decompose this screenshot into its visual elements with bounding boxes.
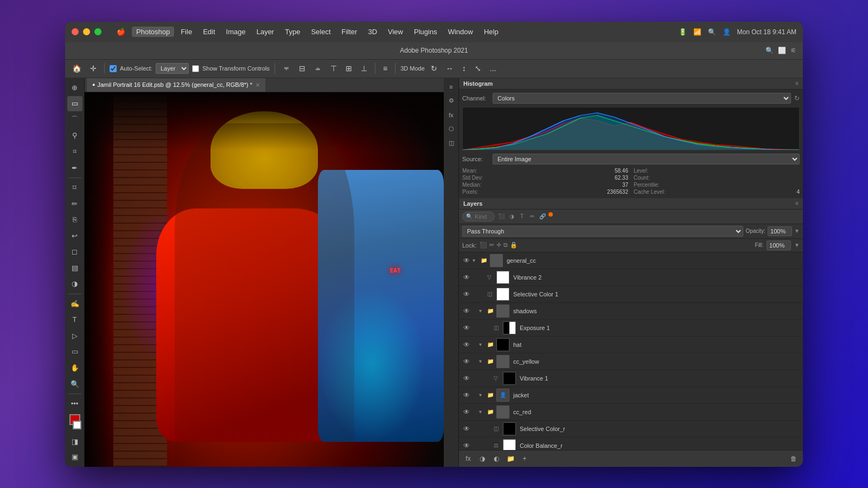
- menu-filter[interactable]: Filter: [337, 27, 362, 37]
- clone-stamp-tool[interactable]: ⎘: [67, 212, 82, 227]
- hand-tool[interactable]: ✋: [67, 360, 82, 376]
- layer-item[interactable]: 👁 ▽ Vibrance 1: [459, 370, 803, 387]
- histogram-panel-header[interactable]: Histogram ≡: [459, 78, 803, 90]
- histogram-channel-select[interactable]: Colors RGB Red Green Blue: [493, 93, 791, 104]
- layer-group-arrow[interactable]: ▾: [479, 392, 486, 398]
- layer-visibility-eye[interactable]: 👁: [462, 307, 471, 315]
- filter-smart-icon[interactable]: 🔗: [538, 212, 547, 221]
- toolbar-more-icon[interactable]: ...: [487, 62, 499, 74]
- filter-pixel-icon[interactable]: ⬛: [497, 212, 506, 221]
- quick-select-tool[interactable]: ⚲: [67, 128, 82, 143]
- layer-group-arrow[interactable]: ▾: [479, 341, 486, 347]
- layer-item[interactable]: 👁 ▾ 📁 hat: [459, 337, 803, 353]
- layer-group-button[interactable]: 📁: [505, 453, 516, 465]
- distribute-icon[interactable]: ≡: [380, 62, 390, 74]
- type-tool[interactable]: T: [67, 312, 82, 327]
- selection-tool[interactable]: ▭: [67, 96, 82, 111]
- background-color[interactable]: [73, 421, 81, 429]
- transform-controls-checkbox[interactable]: [192, 65, 199, 72]
- menu-window[interactable]: Window: [444, 27, 477, 37]
- lock-artboard-icon[interactable]: ⧉: [503, 242, 508, 249]
- layer-visibility-eye[interactable]: 👁: [462, 290, 471, 299]
- layer-visibility-eye[interactable]: 👁: [462, 374, 471, 383]
- menu-file[interactable]: File: [176, 27, 196, 37]
- canvas-image[interactable]: EAT: [85, 92, 444, 467]
- layer-group-arrow[interactable]: ▾: [479, 358, 486, 364]
- align-left-icon[interactable]: ⫧: [280, 62, 293, 74]
- menu-layer[interactable]: Layer: [252, 27, 279, 37]
- menu-type[interactable]: Type: [280, 27, 304, 37]
- filter-adjustment-icon[interactable]: ◑: [507, 212, 516, 221]
- layer-item[interactable]: 👁 ◫ Selective Color 1: [459, 286, 803, 303]
- layer-visibility-eye[interactable]: 👁: [462, 340, 471, 349]
- 3d-slide-icon[interactable]: ↕: [459, 62, 469, 74]
- app-name[interactable]: Photoshop: [132, 27, 174, 37]
- blend-mode-select[interactable]: Pass Through Normal Multiply Screen Over…: [462, 226, 743, 237]
- layer-visibility-eye[interactable]: 👁: [462, 408, 471, 416]
- lock-image-icon[interactable]: ✏: [489, 242, 494, 249]
- align-bottom-icon[interactable]: ⊥: [358, 62, 370, 74]
- eyedropper-tool[interactable]: ✒: [67, 160, 82, 175]
- filter-type-icon[interactable]: T: [518, 212, 526, 221]
- lasso-tool[interactable]: ⌒: [67, 112, 82, 128]
- zoom-tool[interactable]: 🔍: [67, 376, 82, 391]
- healing-brush-tool[interactable]: ⌑: [67, 180, 82, 195]
- gradient-tool[interactable]: ▤: [67, 261, 82, 276]
- lock-all-icon[interactable]: 🔒: [510, 242, 518, 249]
- layer-delete-button[interactable]: 🗑: [788, 453, 800, 465]
- tab-close-icon[interactable]: ✕: [256, 82, 260, 88]
- layer-visibility-eye[interactable]: 👁: [462, 324, 471, 332]
- histogram-collapse-icon[interactable]: ≡: [795, 80, 799, 86]
- history-brush-tool[interactable]: ↩: [67, 228, 82, 243]
- layer-filter-active-dot[interactable]: [548, 212, 553, 217]
- panel-icon-fx[interactable]: fx: [445, 109, 458, 122]
- layer-visibility-eye[interactable]: 👁: [462, 357, 471, 366]
- brush-tool[interactable]: ✏: [67, 196, 82, 211]
- menu-select[interactable]: Select: [307, 27, 335, 37]
- layer-visibility-eye[interactable]: 👁: [462, 273, 471, 282]
- path-selection-tool[interactable]: ▷: [67, 328, 82, 344]
- layer-item[interactable]: 👁 ▽ Vibrance 2: [459, 269, 803, 286]
- layer-adjustment-button[interactable]: ◐: [490, 453, 502, 465]
- home-icon[interactable]: 🏠: [69, 62, 84, 74]
- auto-select-dropdown[interactable]: Layer Group: [156, 63, 189, 74]
- extra-tools[interactable]: •••: [67, 396, 82, 411]
- layer-item[interactable]: 👁 ▾ 📁 general_cc: [459, 252, 803, 269]
- eraser-tool[interactable]: ◻: [67, 244, 82, 259]
- layer-group-arrow[interactable]: ▾: [479, 308, 486, 314]
- filter-vector-icon[interactable]: ✏: [528, 212, 537, 221]
- layer-visibility-eye[interactable]: 👁: [462, 391, 471, 400]
- move-tool[interactable]: ⊕: [67, 80, 82, 96]
- panel-icon-mask[interactable]: ⬡: [445, 123, 458, 136]
- menu-image[interactable]: Image: [222, 27, 250, 37]
- menu-help[interactable]: Help: [480, 27, 503, 37]
- align-top-icon[interactable]: ⊤: [328, 62, 340, 74]
- 3d-pan-icon[interactable]: ↔: [443, 62, 456, 74]
- layer-item[interactable]: 👁 ◫ Exposure 1: [459, 320, 803, 337]
- align-right-icon[interactable]: ⫨: [311, 62, 324, 74]
- layers-kind-input[interactable]: [475, 213, 491, 220]
- opacity-input[interactable]: [768, 226, 792, 236]
- lock-transparency-icon[interactable]: ⬛: [480, 242, 487, 249]
- layer-add-button[interactable]: +: [519, 453, 531, 465]
- pen-tool[interactable]: ✍: [67, 296, 82, 312]
- 3d-rotate-icon[interactable]: ↻: [428, 62, 440, 74]
- auto-select-checkbox[interactable]: [110, 65, 117, 72]
- screen-mode-tool[interactable]: ▣: [67, 449, 82, 464]
- layer-item[interactable]: 👁 ▾ 📁 shadows: [459, 303, 803, 320]
- ps-zoom-icon[interactable]: ⬜: [778, 47, 786, 54]
- layer-item[interactable]: 👁 ◫ Selective Color_r: [459, 421, 803, 438]
- panel-icon-properties[interactable]: ◫: [445, 137, 458, 150]
- dodge-tool[interactable]: ◑: [67, 276, 82, 291]
- align-middle-v-icon[interactable]: ⊞: [343, 62, 355, 74]
- quick-mask-tool[interactable]: ◨: [67, 434, 82, 449]
- layer-item[interactable]: 👁 ⚖ Color Balance_r: [459, 438, 803, 450]
- layer-item[interactable]: 👁 ▾ 📁 cc_yellow: [459, 353, 803, 370]
- menu-plugins[interactable]: Plugins: [410, 27, 442, 37]
- layer-fx-button[interactable]: fx: [462, 453, 474, 465]
- maximize-button[interactable]: [94, 28, 101, 35]
- layer-group-arrow[interactable]: ▾: [473, 257, 479, 263]
- layers-panel-header[interactable]: Layers ≡: [459, 198, 803, 210]
- layer-visibility-eye[interactable]: 👁: [462, 441, 471, 450]
- shape-tool[interactable]: ▭: [67, 344, 82, 359]
